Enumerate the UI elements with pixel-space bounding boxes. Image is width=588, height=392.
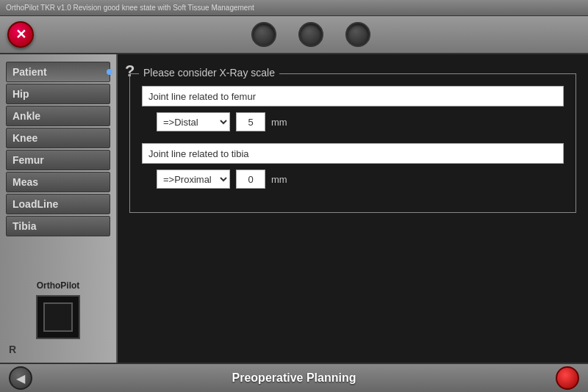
tibia-unit: mm [271, 174, 287, 185]
record-button[interactable] [556, 366, 579, 390]
sidebar-thumbnail [36, 295, 80, 339]
top-bar-center [41, 22, 581, 47]
tibia-value-input[interactable] [236, 170, 265, 189]
sidebar-item-patient[interactable]: Patient [6, 62, 110, 82]
top-bar: ✕ [0, 16, 588, 54]
femur-label-input[interactable] [142, 86, 564, 106]
top-circle-3 [345, 22, 370, 47]
r-label: R [9, 344, 16, 355]
tibia-dropdown[interactable]: =>Distal =>Proximal [157, 170, 230, 189]
bottom-title: Preoperative Planning [232, 371, 356, 385]
sidebar-item-ankle[interactable]: Ankle [6, 106, 110, 126]
sidebar-item-meas[interactable]: Meas [6, 172, 110, 192]
close-button[interactable]: ✕ [7, 21, 34, 48]
xray-box-title: Please consider X-Ray scale [139, 67, 279, 79]
orthopilot-label: OrthoPilot [37, 280, 80, 291]
femur-value-input[interactable] [236, 112, 265, 131]
sidebar-thumbnail-inner [43, 302, 73, 332]
femur-group: =>Distal =>Proximal mm [142, 86, 564, 131]
back-button[interactable]: ◀ [9, 366, 32, 390]
title-bar-text: OrthoPilot TKR v1.0 Revision good knee s… [6, 4, 254, 12]
tibia-inline: =>Distal =>Proximal mm [157, 170, 564, 189]
tibia-group: =>Distal =>Proximal mm [142, 143, 564, 189]
bottom-bar: ◀ Preoperative Planning [0, 363, 588, 392]
sidebar: Patient Hip Ankle Knee Femur Meas LoadLi… [0, 54, 118, 363]
sidebar-bottom: OrthoPilot R [6, 280, 110, 355]
sidebar-item-knee[interactable]: Knee [6, 128, 110, 148]
top-circle-1 [251, 22, 276, 47]
femur-inline: =>Distal =>Proximal mm [157, 112, 564, 131]
sidebar-item-femur[interactable]: Femur [6, 150, 110, 170]
femur-dropdown[interactable]: =>Distal =>Proximal [157, 112, 230, 131]
femur-unit: mm [271, 117, 287, 128]
tibia-label-input[interactable] [142, 143, 564, 164]
top-circle-2 [298, 22, 323, 47]
title-bar: OrthoPilot TKR v1.0 Revision good knee s… [0, 0, 588, 16]
sidebar-item-hip[interactable]: Hip [6, 84, 110, 104]
sidebar-item-tibia[interactable]: Tibia [6, 216, 110, 236]
main-area: Patient Hip Ankle Knee Femur Meas LoadLi… [0, 54, 588, 363]
sidebar-item-loadline[interactable]: LoadLine [6, 194, 110, 214]
xray-box: Please consider X-Ray scale =>Distal =>P… [129, 73, 576, 213]
content-panel: ? Please consider X-Ray scale =>Distal =… [118, 54, 588, 363]
